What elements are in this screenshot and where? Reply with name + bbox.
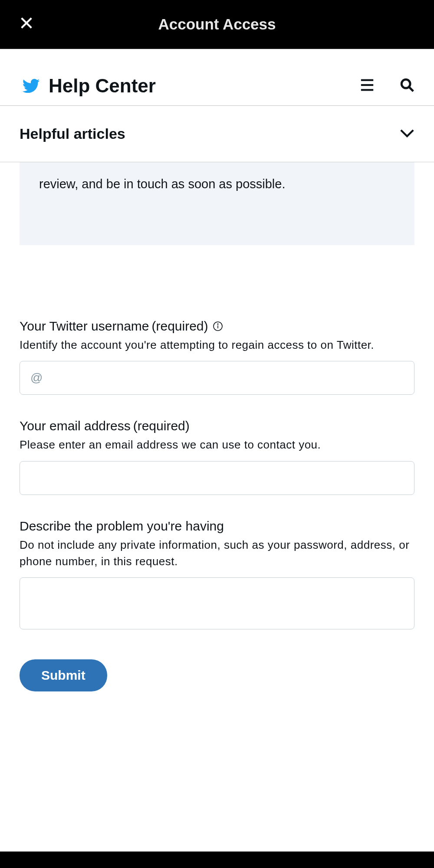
search-button[interactable] <box>400 78 414 94</box>
chevron-down-icon <box>400 129 414 139</box>
username-required: (required) <box>152 319 208 334</box>
form: Your Twitter username (required) Identif… <box>0 245 434 692</box>
info-card-text: review, and be in touch as soon as possi… <box>39 177 285 191</box>
helpful-articles-toggle[interactable]: Helpful articles <box>0 106 434 162</box>
helpful-articles-title: Helpful articles <box>20 125 125 142</box>
twitter-logo-icon <box>20 77 42 95</box>
svg-line-6 <box>409 87 413 91</box>
problem-help: Do not include any private information, … <box>20 537 414 570</box>
username-input[interactable] <box>20 361 414 395</box>
info-tooltip-button[interactable] <box>213 321 223 331</box>
problem-field-group: Describe the problem you're having Do no… <box>20 519 414 631</box>
email-label: Your email address <box>20 419 131 433</box>
email-help: Please enter an email address we can use… <box>20 437 414 453</box>
problem-label: Describe the problem you're having <box>20 519 224 534</box>
username-help: Identify the account you're attempting t… <box>20 337 414 354</box>
close-button[interactable] <box>19 16 34 33</box>
top-bar: Account Access <box>0 0 434 49</box>
search-icon <box>400 78 414 92</box>
hamburger-icon <box>359 78 375 92</box>
info-icon <box>213 321 223 331</box>
info-card: review, and be in touch as soon as possi… <box>20 162 414 245</box>
page-title: Account Access <box>158 16 276 33</box>
bottom-bar <box>0 852 434 868</box>
email-field-group: Your email address (required) Please ent… <box>20 419 414 495</box>
svg-point-5 <box>401 79 410 88</box>
email-required: (required) <box>133 419 190 433</box>
email-input[interactable] <box>20 461 414 495</box>
help-center-title: Help Center <box>49 75 359 97</box>
submit-button[interactable]: Submit <box>20 659 107 691</box>
close-icon <box>19 16 34 30</box>
menu-button[interactable] <box>359 78 375 94</box>
svg-point-9 <box>217 324 218 324</box>
username-field-group: Your Twitter username (required) Identif… <box>20 319 414 395</box>
help-header: Help Center <box>0 49 434 106</box>
problem-textarea[interactable] <box>20 577 414 629</box>
username-label: Your Twitter username <box>20 319 149 334</box>
